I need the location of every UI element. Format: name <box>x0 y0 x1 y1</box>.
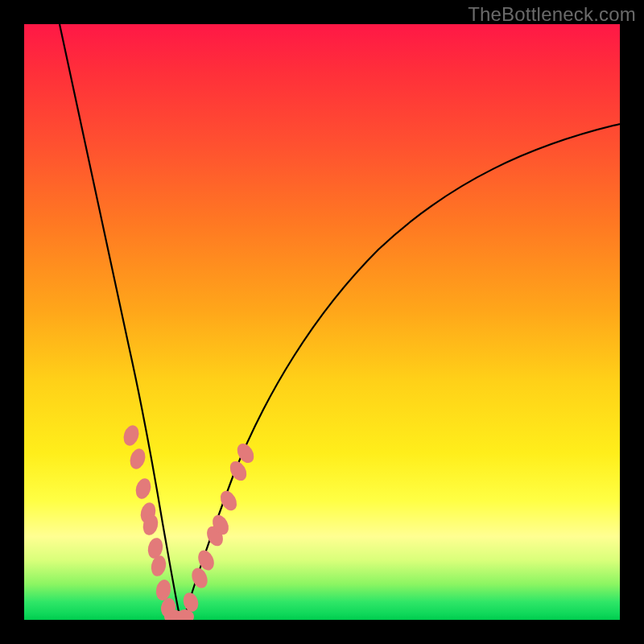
right-branch-dots <box>181 440 258 613</box>
left-branch-dots <box>121 423 194 620</box>
plot-area <box>24 24 620 620</box>
left-branch-curve <box>60 24 182 620</box>
watermark-text: TheBottleneck.com <box>468 3 636 26</box>
svg-point-2 <box>134 477 153 501</box>
svg-point-7 <box>155 579 172 602</box>
curve-layer <box>24 24 620 620</box>
right-branch-curve <box>184 124 620 620</box>
chart-frame: TheBottleneck.com <box>0 0 644 644</box>
svg-point-1 <box>127 447 147 471</box>
svg-point-0 <box>121 423 141 448</box>
